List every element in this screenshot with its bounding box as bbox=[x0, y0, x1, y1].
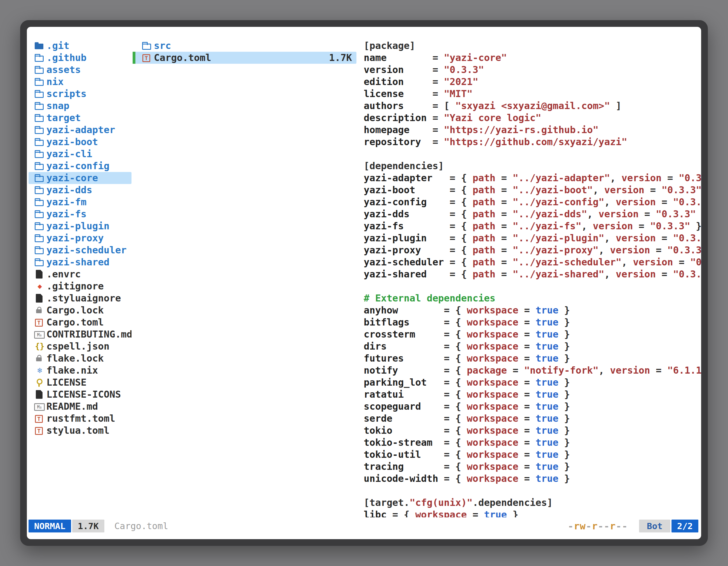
file-row[interactable]: snap bbox=[29, 100, 131, 112]
preview-line: authors = [ "sxyazi <sxyazi@gmail.com>" … bbox=[364, 100, 701, 112]
cursor-position-badge: 2/2 bbox=[671, 520, 698, 532]
lock-icon bbox=[34, 304, 46, 316]
file-row[interactable]: yazi-fs bbox=[29, 208, 131, 220]
preview-line: parking_lot = { workspace = true } bbox=[364, 376, 701, 388]
preview-line: serde = { workspace = true } bbox=[364, 412, 701, 424]
file-row[interactable]: yazi-config bbox=[29, 160, 131, 172]
file-row[interactable]: CONTRIBUTING.md bbox=[29, 328, 131, 340]
preview-line: yazi-dds = { path = "../yazi-dds", versi… bbox=[364, 208, 701, 220]
file-row[interactable]: LICENSE bbox=[29, 376, 131, 388]
git-folder-icon bbox=[34, 40, 46, 52]
preview-line: yazi-config = { path = "../yazi-config",… bbox=[364, 196, 701, 208]
file-row[interactable]: .git bbox=[29, 40, 131, 52]
file-row[interactable]: yazi-boot bbox=[29, 136, 131, 148]
file-row[interactable]: .envrc bbox=[29, 268, 131, 280]
file-name: .envrc bbox=[46, 268, 81, 280]
preview-line: name = "yazi-core" bbox=[364, 52, 701, 64]
folder-icon bbox=[34, 124, 46, 136]
file-name: yazi-cli bbox=[46, 148, 92, 160]
file-name: .styluaignore bbox=[46, 292, 121, 304]
file-row[interactable]: flake.nix bbox=[29, 364, 131, 376]
folder-icon bbox=[34, 208, 46, 220]
file-row[interactable]: nix bbox=[29, 76, 131, 88]
preview-line: repository = "https://github.com/sxyazi/… bbox=[364, 136, 701, 148]
folder-icon bbox=[141, 40, 154, 52]
preview-line: ratatui = { workspace = true } bbox=[364, 388, 701, 400]
file-name: yazi-boot bbox=[46, 136, 98, 148]
current-directory-pane: src Cargo.toml 1.7K bbox=[133, 40, 356, 517]
preview-line: yazi-plugin = { path = "../yazi-plugin",… bbox=[364, 232, 701, 244]
file-row[interactable]: yazi-proxy bbox=[29, 232, 131, 244]
file-row[interactable]: cspell.json bbox=[29, 340, 131, 352]
toml-icon bbox=[34, 424, 46, 436]
file-row[interactable]: flake.lock bbox=[29, 352, 131, 364]
file-name: Cargo.toml bbox=[46, 316, 104, 328]
file-name: yazi-shared bbox=[46, 256, 109, 268]
preview-line: scopeguard = { workspace = true } bbox=[364, 400, 701, 412]
preview-line: anyhow = { workspace = true } bbox=[364, 304, 701, 316]
preview-line: yazi-scheduler = { path = "../yazi-sched… bbox=[364, 256, 701, 268]
file-name: target bbox=[46, 112, 81, 124]
file-name: yazi-fs bbox=[46, 208, 86, 220]
preview-line: notify = { package = "notify-fork", vers… bbox=[364, 364, 701, 376]
file-preview-pane[interactable]: [package]name = "yazi-core"version = "0.… bbox=[364, 40, 701, 517]
file-row[interactable]: src bbox=[133, 40, 356, 52]
file-row[interactable]: LICENSE-ICONS bbox=[29, 388, 131, 400]
file-row[interactable]: Cargo.toml 1.7K bbox=[133, 52, 356, 64]
file-name: LICENSE bbox=[46, 376, 86, 388]
file-name: nix bbox=[46, 76, 64, 88]
file-name: yazi-core bbox=[46, 172, 98, 184]
file-icon bbox=[34, 268, 46, 280]
file-name: snap bbox=[46, 100, 69, 112]
file-row[interactable]: README.md bbox=[29, 400, 131, 412]
folder-icon bbox=[34, 100, 46, 112]
preview-line: [target."cfg(unix)".dependencies] bbox=[364, 497, 701, 509]
selection-marker bbox=[133, 52, 135, 64]
file-row[interactable]: .gitignore bbox=[29, 280, 131, 292]
file-name: flake.lock bbox=[46, 352, 104, 364]
file-row[interactable]: yazi-core bbox=[29, 172, 131, 184]
preview-line: bitflags = { workspace = true } bbox=[364, 316, 701, 328]
file-row[interactable]: yazi-plugin bbox=[29, 220, 131, 232]
file-size-badge: 1.7K bbox=[72, 520, 104, 532]
folder-icon bbox=[34, 244, 46, 256]
file-row[interactable]: stylua.toml bbox=[29, 424, 131, 436]
file-row[interactable]: scripts bbox=[29, 88, 131, 100]
folder-icon bbox=[34, 172, 46, 184]
folder-icon bbox=[34, 76, 46, 88]
file-row[interactable]: .github bbox=[29, 52, 131, 64]
folder-icon bbox=[34, 220, 46, 232]
file-row[interactable]: yazi-dds bbox=[29, 184, 131, 196]
file-row[interactable]: yazi-scheduler bbox=[29, 244, 131, 256]
preview-line: homepage = "https://yazi-rs.github.io" bbox=[364, 124, 701, 136]
nix-icon bbox=[34, 364, 46, 376]
preview-line: edition = "2021" bbox=[364, 76, 701, 88]
preview-line: license = "MIT" bbox=[364, 88, 701, 100]
preview-line: crossterm = { workspace = true } bbox=[364, 328, 701, 340]
file-row[interactable]: .styluaignore bbox=[29, 292, 131, 304]
file-name: Cargo.lock bbox=[46, 304, 104, 316]
file-row[interactable]: target bbox=[29, 112, 131, 124]
folder-icon bbox=[34, 256, 46, 268]
markdown-icon bbox=[34, 328, 46, 340]
markdown-icon bbox=[34, 400, 46, 412]
file-row[interactable]: yazi-adapter bbox=[29, 124, 131, 136]
file-row[interactable]: yazi-shared bbox=[29, 256, 131, 268]
file-icon bbox=[34, 388, 46, 400]
file-row[interactable]: yazi-fm bbox=[29, 196, 131, 208]
file-row[interactable]: assets bbox=[29, 64, 131, 76]
preview-line: yazi-adapter = { path = "../yazi-adapter… bbox=[364, 172, 701, 184]
file-permissions: -rw-r--r-- bbox=[568, 520, 628, 532]
preview-line: [dependencies] bbox=[364, 160, 701, 172]
file-name: Cargo.toml bbox=[154, 52, 211, 64]
preview-line: yazi-boot = { path = "../yazi-boot", ver… bbox=[364, 184, 701, 196]
preview-line bbox=[364, 148, 701, 160]
file-row[interactable]: Cargo.toml bbox=[29, 316, 131, 328]
toml-icon bbox=[34, 316, 46, 328]
mode-badge: NORMAL bbox=[29, 520, 71, 532]
file-row[interactable]: Cargo.lock bbox=[29, 304, 131, 316]
file-row[interactable]: yazi-cli bbox=[29, 148, 131, 160]
file-row[interactable]: rustfmt.toml bbox=[29, 412, 131, 424]
toml-icon bbox=[34, 412, 46, 424]
preview-line: tracing = { workspace = true } bbox=[364, 461, 701, 473]
